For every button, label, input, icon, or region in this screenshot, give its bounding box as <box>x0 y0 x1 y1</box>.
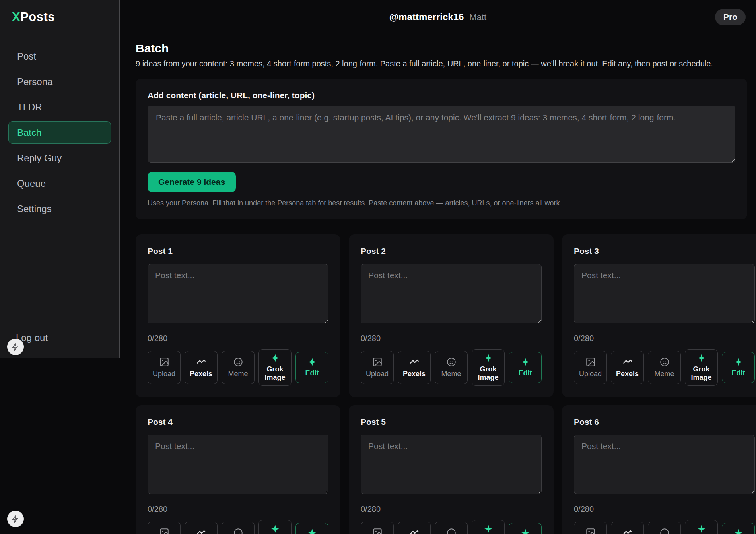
wave-icon <box>196 528 206 534</box>
post-card: Post 6 0/280 Upload Pexels Meme Grok Ima… <box>562 405 756 534</box>
sidebar-item-persona[interactable]: Persona <box>8 70 111 93</box>
upload-button[interactable]: Upload <box>361 522 394 534</box>
sidebar-item-queue[interactable]: Queue <box>8 172 111 195</box>
wave-icon <box>196 357 206 367</box>
upload-label: Upload <box>366 370 389 378</box>
upload-label: Upload <box>153 370 175 378</box>
char-counter: 0/280 <box>148 505 328 514</box>
batch-page: Batch 9 ideas from your content: 3 memes… <box>120 35 756 534</box>
post-text-input[interactable] <box>574 435 755 494</box>
persona-helper-text: Uses your Persona. Fill that in under th… <box>148 199 735 207</box>
lightning-fab-button[interactable] <box>7 339 24 355</box>
char-counter: 0/280 <box>361 505 542 514</box>
edit-button[interactable]: Edit <box>722 523 755 534</box>
generate-ideas-button[interactable]: Generate 9 ideas <box>148 172 236 192</box>
sidebar-item-post[interactable]: Post <box>8 45 111 68</box>
meme-button[interactable]: Meme <box>435 522 468 534</box>
sidebar-item-tldr[interactable]: TLDR <box>8 96 111 118</box>
char-counter: 0/280 <box>574 334 755 343</box>
upload-button[interactable]: Upload <box>574 351 607 384</box>
post-text-input[interactable] <box>361 435 542 494</box>
grok-image-label: Grok Image <box>259 365 291 381</box>
char-counter: 0/280 <box>574 505 755 514</box>
post-text-input[interactable] <box>148 264 328 323</box>
meme-label: Meme <box>654 370 674 378</box>
edit-button[interactable]: Edit <box>295 352 328 383</box>
post-text-input[interactable] <box>574 264 755 323</box>
upload-button[interactable]: Upload <box>361 351 394 384</box>
edit-button[interactable]: Edit <box>509 352 542 383</box>
pexels-label: Pexels <box>403 370 426 378</box>
char-counter: 0/280 <box>148 334 328 343</box>
upload-label: Upload <box>579 370 602 378</box>
post-card-title: Post 3 <box>574 246 755 256</box>
post-actions: Upload Pexels Meme Grok Image Edit <box>361 349 542 386</box>
post-card-title: Post 1 <box>148 246 328 256</box>
post-card-title: Post 2 <box>361 246 542 256</box>
grok-image-button[interactable]: Grok Image <box>685 349 718 386</box>
pexels-button[interactable]: Pexels <box>185 351 218 384</box>
edit-button[interactable]: Edit <box>295 523 328 534</box>
app-logo: XPosts <box>0 0 119 34</box>
sidebar-item-settings[interactable]: Settings <box>8 197 111 220</box>
sparkle-icon <box>271 524 280 533</box>
upload-button[interactable]: Upload <box>148 522 181 534</box>
pexels-button[interactable]: Pexels <box>185 522 218 534</box>
add-content-label: Add content (article, URL, one-liner, to… <box>148 91 735 100</box>
pexels-button[interactable]: Pexels <box>611 522 644 534</box>
lightning-icon <box>11 515 20 523</box>
meme-button[interactable]: Meme <box>222 351 255 384</box>
post-actions: Upload Pexels Meme Grok Image Edit <box>148 349 328 386</box>
post-card: Post 2 0/280 Upload Pexels Meme Grok Ima… <box>349 234 554 397</box>
post-card: Post 5 0/280 Upload Pexels Meme Grok Ima… <box>349 405 554 534</box>
edit-button[interactable]: Edit <box>509 523 542 534</box>
post-card-title: Post 4 <box>148 417 328 427</box>
image-icon <box>159 357 169 367</box>
meme-button[interactable]: Meme <box>648 522 681 534</box>
smiley-icon <box>659 528 670 534</box>
meme-button[interactable]: Meme <box>222 522 255 534</box>
meme-button[interactable]: Meme <box>648 351 681 384</box>
content-input[interactable] <box>148 106 735 163</box>
grok-image-button[interactable]: Grok Image <box>258 349 292 386</box>
sidebar: XPosts Post Persona TLDR Batch Reply Guy… <box>0 0 120 358</box>
pexels-button[interactable]: Pexels <box>398 522 431 534</box>
edit-button[interactable]: Edit <box>722 352 755 383</box>
post-actions: Upload Pexels Meme Grok Image Edit <box>148 520 328 534</box>
sidebar-item-reply-guy[interactable]: Reply Guy <box>8 147 111 169</box>
wave-icon <box>409 357 420 367</box>
post-text-input[interactable] <box>148 435 328 494</box>
pexels-label: Pexels <box>190 370 212 378</box>
pexels-button[interactable]: Pexels <box>611 351 644 384</box>
post-card-title: Post 5 <box>361 417 542 427</box>
wave-icon <box>622 357 633 367</box>
meme-label: Meme <box>228 370 248 378</box>
grok-image-button[interactable]: Grok Image <box>258 520 292 534</box>
grok-image-label: Grok Image <box>685 365 717 381</box>
image-icon <box>372 357 383 367</box>
logo-name: Posts <box>20 10 55 24</box>
sidebar-nav: Post Persona TLDR Batch Reply Guy Queue … <box>0 34 119 220</box>
smiley-icon <box>446 528 457 534</box>
grok-image-button[interactable]: Grok Image <box>472 349 505 386</box>
page-subtitle: 9 ideas from your content: 3 memes, 4 sh… <box>136 59 747 68</box>
lightning-fab-button[interactable] <box>7 511 24 527</box>
grok-image-button[interactable]: Grok Image <box>685 520 718 534</box>
meme-label: Meme <box>441 370 461 378</box>
sparkle-icon <box>308 528 317 534</box>
upload-button[interactable]: Upload <box>574 522 607 534</box>
post-text-input[interactable] <box>361 264 542 323</box>
upload-button[interactable]: Upload <box>148 351 181 384</box>
meme-button[interactable]: Meme <box>435 351 468 384</box>
lightning-icon <box>11 342 20 351</box>
add-content-panel: Add content (article, URL, one-liner, to… <box>136 79 747 219</box>
post-actions: Upload Pexels Meme Grok Image Edit <box>574 349 755 386</box>
edit-label: Edit <box>305 369 319 377</box>
sparkle-icon <box>521 358 530 366</box>
post-card: Post 1 0/280 Upload Pexels Meme Grok Ima… <box>136 234 340 397</box>
edit-label: Edit <box>732 369 745 377</box>
sidebar-item-batch[interactable]: Batch <box>8 121 111 144</box>
grok-image-button[interactable]: Grok Image <box>472 520 505 534</box>
page-title: Batch <box>136 42 747 55</box>
pexels-button[interactable]: Pexels <box>398 351 431 384</box>
